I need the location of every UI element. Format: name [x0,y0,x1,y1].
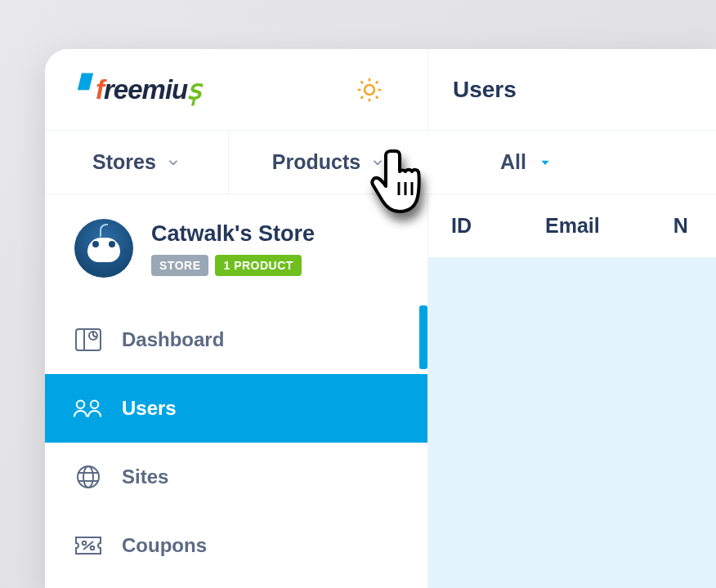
sidebar-item-users[interactable]: Users [45,374,427,443]
sidebar: Catwalk's Store STORE 1 PRODUCT [45,194,428,588]
users-icon [73,398,104,419]
page-title: Users [453,77,517,103]
app-window: ▘freemius̩ Users [45,49,716,588]
column-header-name[interactable]: N [673,214,688,238]
svg-line-8 [375,81,378,83]
main-area: Catwalk's Store STORE 1 PRODUCT [45,194,716,588]
filter-dropdown-label: All [500,150,526,174]
avatar [74,219,133,278]
svg-point-16 [83,466,93,488]
sidebar-item-label: Coupons [122,534,207,557]
store-header: Catwalk's Store STORE 1 PRODUCT [45,194,427,305]
chevron-down-icon [370,155,385,170]
store-name: Catwalk's Store [151,221,315,247]
sidebar-item-label: Users [122,397,177,420]
filter-dropdown[interactable]: All [428,150,575,174]
svg-point-19 [83,541,87,546]
content-area: ID Email N [428,194,716,588]
column-header-id[interactable]: ID [451,214,472,238]
table-header: ID Email N [428,194,716,258]
selector-bar: Stores Products All [45,131,716,194]
stores-dropdown[interactable]: Stores [45,131,229,194]
scroll-indicator[interactable] [419,305,427,369]
sidebar-nav: Dashboard Users [45,305,427,580]
svg-point-13 [77,401,85,409]
svg-line-5 [360,81,363,83]
sidebar-item-coupons[interactable]: Coupons [45,511,427,580]
sun-icon [356,76,383,104]
badge-product-count: 1 PRODUCT [215,255,301,276]
page-title-area: Users [428,77,716,103]
column-header-email[interactable]: Email [545,214,600,238]
globe-icon [73,464,104,490]
table-body [428,258,716,588]
svg-rect-10 [76,329,101,350]
theme-toggle-button[interactable] [311,49,428,130]
sidebar-item-label: Dashboard [122,328,224,351]
products-dropdown-label: Products [272,150,360,174]
dashboard-icon [73,327,104,352]
svg-point-15 [78,466,99,488]
svg-line-6 [375,96,378,98]
products-dropdown[interactable]: Products [229,131,428,194]
badge-store: STORE [151,255,208,276]
topbar: ▘freemius̩ Users [45,49,716,131]
svg-point-14 [91,401,99,409]
svg-point-20 [91,546,95,550]
svg-point-0 [365,85,374,95]
caret-down-icon [538,155,553,170]
logo[interactable]: ▘freemius̩ [45,74,311,105]
stores-dropdown-label: Stores [92,150,156,174]
sidebar-item-sites[interactable]: Sites [45,443,427,511]
svg-marker-9 [542,160,549,164]
svg-line-7 [360,96,363,98]
coupon-icon [73,535,104,556]
sidebar-item-label: Sites [122,466,168,488]
sidebar-item-dashboard[interactable]: Dashboard [45,305,427,374]
chevron-down-icon [166,155,181,170]
